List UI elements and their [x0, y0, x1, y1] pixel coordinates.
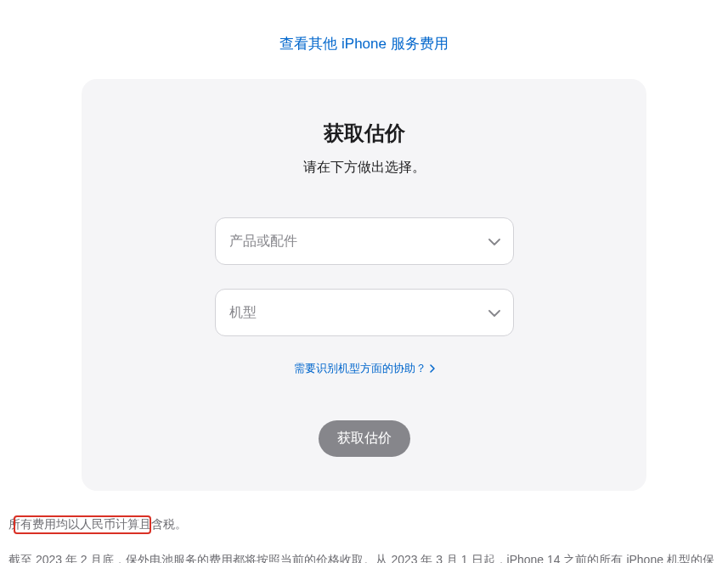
- estimate-card: 获取估价 请在下方做出选择。 产品或配件 机型 需要识别机型方面的协助？ 获取估…: [82, 79, 646, 491]
- get-estimate-button[interactable]: 获取估价: [319, 420, 410, 457]
- product-select[interactable]: 产品或配件: [215, 217, 514, 265]
- footer-para-1: 所有费用均以人民币计算且含税。: [8, 515, 720, 535]
- model-select[interactable]: 机型: [215, 289, 514, 336]
- card-title: 获取估价: [116, 120, 612, 147]
- other-services-link[interactable]: 查看其他 iPhone 服务费用: [279, 36, 448, 52]
- footer-text: 所有费用均以人民币计算且含税。 截至 2023 年 2 月底，保外电池服务的费用…: [0, 515, 728, 563]
- footer-para-2: 截至 2023 年 2 月底，保外电池服务的费用都将按照当前的价格收取。从 20…: [8, 550, 720, 563]
- help-link-label: 需要识别机型方面的协助？: [294, 361, 426, 376]
- identify-model-help-link[interactable]: 需要识别机型方面的协助？: [294, 361, 435, 376]
- card-subtitle: 请在下方做出选择。: [116, 159, 612, 177]
- chevron-right-icon: [430, 363, 435, 375]
